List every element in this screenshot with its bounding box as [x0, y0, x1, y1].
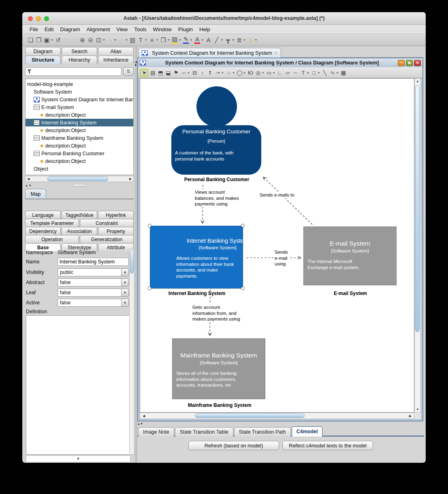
- curve-tool-icon[interactable]: ∿▼: [330, 70, 339, 76]
- scroll-down-icon[interactable]: ▼: [415, 408, 420, 411]
- reflect-button[interactable]: Reflect c4model texts to the model: [282, 441, 373, 450]
- usecase-tool-icon[interactable]: ◯▼: [237, 70, 246, 76]
- package-tool-icon[interactable]: ⬒: [158, 70, 164, 76]
- dropdown-caret-icon[interactable]: ▼: [121, 279, 128, 286]
- menu-alignment[interactable]: Alignment: [83, 26, 113, 32]
- panel-layout-icon[interactable]: ▥: [129, 37, 136, 43]
- pin-tool-icon[interactable]: ⚑: [173, 70, 179, 76]
- property-vscrollbar[interactable]: [129, 249, 134, 455]
- menu-edit[interactable]: Edit: [41, 26, 57, 32]
- tree-item-mainframe-banking-system[interactable]: Mainframe Banking System: [26, 134, 133, 142]
- tab-search[interactable]: Search: [62, 47, 97, 56]
- dropdown-caret-icon[interactable]: ▼: [307, 71, 309, 74]
- tree-item-system-context-diagram-for-internet-bank[interactable]: System Context Diagram for Internet Bank: [26, 96, 133, 103]
- rounded-rect-tool-icon[interactable]: ▭▼: [266, 70, 275, 76]
- mdi-restore-button[interactable]: ⧉: [406, 60, 413, 66]
- dropdown-caret-icon[interactable]: ▼: [221, 71, 224, 74]
- image-tool-icon[interactable]: ▦: [340, 70, 346, 76]
- line-tool-icon[interactable]: ─▼: [181, 70, 190, 76]
- emoji-icon[interactable]: ☺▼: [247, 37, 257, 43]
- tab-inheritance[interactable]: Inheritance: [98, 56, 134, 64]
- zoom-in-icon[interactable]: ⊕: [79, 37, 86, 43]
- dropdown-caret-icon[interactable]: ▼: [232, 38, 235, 41]
- realization-tool-icon[interactable]: ⇑: [207, 70, 213, 76]
- instance-tool-icon[interactable]: ○▼: [226, 70, 235, 76]
- line-color-icon[interactable]: ✎▼: [183, 36, 193, 44]
- selection-handle[interactable]: [241, 287, 245, 290]
- dropdown-caret-icon[interactable]: ▼: [51, 38, 53, 41]
- tree-item-personal-banking-customer[interactable]: Personal Banking Customer: [26, 150, 133, 157]
- diagonal-line-tool-icon[interactable]: ╲: [322, 70, 328, 76]
- open-file-icon[interactable]: ❐: [35, 37, 42, 43]
- dropdown-caret-icon[interactable]: ▼: [232, 71, 235, 74]
- system-box[interactable]: Internet Banking System[Software System]…: [150, 226, 243, 289]
- line-style-icon[interactable]: ╱▼: [213, 37, 223, 43]
- tab-hyperlink[interactable]: Hyperlink: [98, 211, 134, 219]
- interface-tool-icon[interactable]: Ю: [247, 70, 254, 76]
- tree-hscrollbar[interactable]: ◀ ▶: [25, 176, 134, 182]
- bottom-splitter[interactable]: ▲▼: [137, 422, 143, 426]
- name-field[interactable]: [58, 258, 129, 266]
- menu-window[interactable]: Window: [150, 26, 175, 32]
- scroll-left-icon[interactable]: ◀: [26, 177, 31, 181]
- tab-property[interactable]: Property: [98, 227, 134, 235]
- dropdown-caret-icon[interactable]: ▼: [121, 299, 128, 306]
- tab-operation[interactable]: Operation: [25, 235, 79, 243]
- zoom-out-icon[interactable]: ⊖: [87, 37, 94, 43]
- tab-template-parameter[interactable]: Template Parameter: [25, 219, 79, 227]
- panel-expander[interactable]: ▼: [26, 456, 130, 462]
- tab-diagram[interactable]: Diagram: [25, 47, 61, 56]
- visibility-dropdown[interactable]: public▼: [58, 268, 129, 276]
- dropdown-caret-icon[interactable]: ▼: [121, 289, 128, 296]
- system-box[interactable]: E-mail System[Software System]The intern…: [303, 227, 397, 285]
- tree-item-model-blog-example[interactable]: model-blog-example: [26, 80, 133, 88]
- active-dropdown[interactable]: false▼: [58, 299, 129, 307]
- tree-map-splitter[interactable]: ▲ ▼: [25, 183, 134, 187]
- menu-tools[interactable]: Tools: [131, 26, 149, 32]
- dropdown-caret-icon[interactable]: ▼: [121, 269, 128, 276]
- text-format-icon[interactable]: T▼: [137, 37, 147, 43]
- dropdown-caret-icon[interactable]: ▼: [254, 38, 257, 41]
- port-tool-icon[interactable]: ◎▼: [255, 70, 265, 76]
- menu-file[interactable]: File: [26, 26, 41, 32]
- refresh-button[interactable]: Refresh (based on model): [188, 441, 279, 450]
- tab-state-transition-table[interactable]: State Transition Table: [175, 427, 233, 436]
- text-tool-icon[interactable]: T▼: [300, 70, 309, 76]
- tab-c4model[interactable]: C4model: [292, 426, 323, 436]
- dropdown-caret-icon[interactable]: ▼: [187, 71, 190, 74]
- save-icon[interactable]: ▣▼: [43, 37, 53, 43]
- edge-label[interactable]: Sends e-mails to: [259, 192, 295, 198]
- tab-alias[interactable]: Alias: [98, 47, 134, 56]
- tab-structure[interactable]: Structure: [25, 56, 61, 64]
- tree-item-e-mail-system[interactable]: E-mail System: [26, 103, 133, 111]
- new-file-icon[interactable]: ❏: [27, 37, 34, 43]
- tree-item-description-object[interactable]: ◆description:Object: [26, 142, 133, 150]
- tree-item-software-system[interactable]: Software System: [26, 88, 133, 96]
- copy-style-icon[interactable]: ❒▼: [160, 37, 170, 43]
- tab-hierarchy[interactable]: Hierarchy: [62, 56, 97, 64]
- scroll-up-icon[interactable]: ▲: [415, 79, 420, 83]
- subsystem-tool-icon[interactable]: ⬓: [165, 70, 171, 76]
- list-icon[interactable]: ≣▼: [236, 37, 246, 43]
- tab-taggedvalue[interactable]: TaggedValue: [62, 211, 97, 219]
- edge-email-to-pbc[interactable]: [263, 177, 312, 225]
- canvas-hscroll-thumb[interactable]: [195, 413, 304, 418]
- diagram-canvas[interactable]: Personal Banking Customer[Person]A custo…: [140, 78, 414, 413]
- mdi-minimize-button[interactable]: –: [398, 60, 405, 66]
- selection-handle[interactable]: [241, 224, 245, 227]
- tree-item-object[interactable]: Object: [26, 165, 133, 173]
- diagram-window-titlebar[interactable]: System Context Diagram for Internet Bank…: [138, 58, 422, 67]
- edge-label[interactable]: Views accountbalances, and makespayments…: [194, 189, 240, 207]
- anchor-tool-icon[interactable]: ∟: [277, 70, 283, 76]
- tab-state-transition-path[interactable]: State Transition Path: [234, 427, 291, 436]
- dashed-line-tool-icon[interactable]: ┄: [292, 70, 299, 76]
- close-tab-icon[interactable]: ×: [275, 50, 277, 56]
- tab-attribute[interactable]: Attribute: [98, 243, 134, 251]
- tree-item-description-object[interactable]: ◆description:Object: [26, 126, 133, 134]
- dropdown-caret-icon[interactable]: ▼: [243, 38, 246, 41]
- tree-filter-input[interactable]: [25, 67, 122, 76]
- dropdown-caret-icon[interactable]: ▼: [167, 38, 170, 41]
- note-tool-icon[interactable]: ▱: [285, 70, 291, 76]
- tree-item-description-object[interactable]: ◆description:Object: [26, 111, 133, 119]
- sync-button[interactable]: ⇅: [123, 67, 134, 76]
